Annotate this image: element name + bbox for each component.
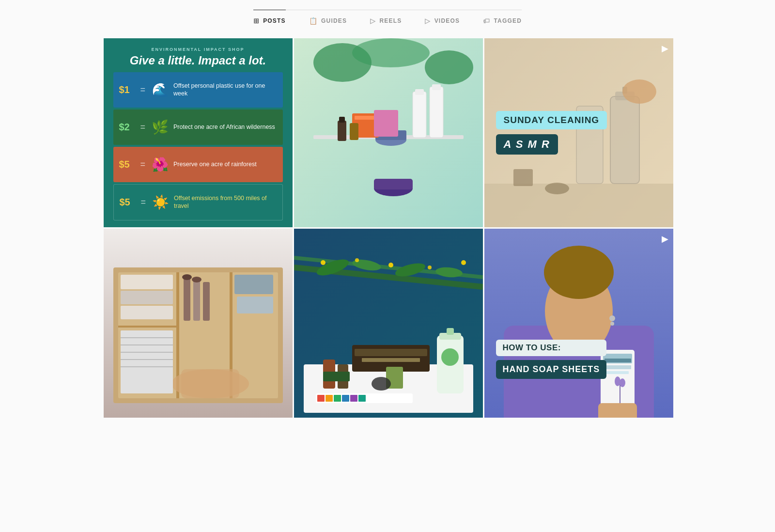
svg-rect-10	[355, 116, 376, 120]
equals-4: =	[141, 197, 146, 207]
row-desc-3: Preserve one acre of rainforest	[173, 160, 257, 168]
post-image-sunday-cleaning: ▶ SUNDAY CLEANING A S M R	[484, 38, 673, 227]
row-icon-3: 🌺	[151, 156, 169, 172]
howto-overlay: HOW TO USE: HAND SOAP SHEETS	[496, 340, 607, 379]
videos-label: VIDEOS	[434, 17, 460, 24]
svg-rect-11	[374, 110, 398, 137]
amount-4: $5	[120, 197, 135, 208]
row-icon-1: 🌊	[151, 82, 169, 98]
grid-item-gift-set[interactable]	[294, 229, 483, 418]
svg-point-76	[441, 348, 459, 366]
svg-rect-16	[374, 179, 413, 189]
svg-rect-83	[326, 395, 333, 402]
row-icon-2: 🌿	[151, 119, 169, 135]
svg-rect-41	[184, 277, 190, 321]
svg-point-80	[372, 377, 391, 391]
svg-point-68	[461, 260, 466, 265]
overlay-line1: SUNDAY CLEANING	[496, 111, 607, 129]
equals-3: =	[140, 159, 146, 170]
row-desc-1: Offset personal plastic use for one week	[173, 82, 277, 98]
post-image-products	[294, 38, 483, 227]
svg-rect-39	[121, 291, 173, 304]
tab-posts[interactable]: ⊞ POSTS	[253, 10, 286, 27]
env-row-1: $1 = 🌊 Offset personal plastic use for o…	[113, 72, 283, 108]
svg-rect-49	[181, 369, 239, 398]
post-image-hand-soap: ▶ HOW TO USE: HAND SOAP SHEETS	[484, 229, 673, 418]
svg-rect-75	[447, 328, 454, 335]
tagline: Give a little. Impact a lot.	[113, 54, 283, 67]
svg-rect-5	[413, 92, 426, 138]
tagged-icon: 🏷	[483, 17, 490, 25]
svg-rect-47	[237, 297, 273, 313]
reels-label: REELS	[379, 17, 402, 24]
tab-tagged[interactable]: 🏷 TAGGED	[483, 17, 522, 27]
svg-rect-4	[432, 84, 441, 90]
svg-point-64	[321, 260, 326, 265]
reels-icon: ▷	[370, 17, 376, 25]
svg-point-66	[388, 263, 393, 267]
row-desc-4: Offset emissions from 500 miles of trave…	[174, 194, 276, 210]
amount-1: $1	[119, 84, 135, 95]
svg-rect-37	[118, 326, 176, 328]
tagged-label: TAGGED	[494, 17, 522, 24]
posts-icon: ⊞	[253, 17, 260, 25]
svg-rect-45	[203, 282, 210, 321]
svg-rect-86	[350, 395, 357, 402]
svg-rect-14	[350, 123, 358, 140]
posts-grid: ENVIRONMENTAL IMPACT SHOP Give a little.…	[104, 38, 672, 418]
tab-videos[interactable]: ▷ VIDEOS	[425, 17, 460, 27]
tab-guides[interactable]: 📋 GUIDES	[309, 17, 347, 27]
grid-item-sunday-cleaning[interactable]: ▶ SUNDAY CLEANING A S M R	[484, 38, 673, 227]
svg-point-67	[428, 266, 432, 269]
env-header: ENVIRONMENTAL IMPACT SHOP Give a little.…	[113, 47, 283, 67]
svg-point-18	[352, 38, 430, 67]
svg-rect-85	[342, 395, 349, 402]
svg-point-44	[192, 277, 202, 282]
svg-rect-46	[234, 275, 273, 294]
svg-point-19	[425, 50, 473, 84]
svg-rect-50	[121, 330, 173, 393]
post-image-gift-set	[294, 229, 483, 418]
equals-2: =	[140, 122, 146, 132]
videos-icon: ▷	[425, 17, 431, 25]
shop-label: ENVIRONMENTAL IMPACT SHOP	[113, 47, 283, 52]
env-impact-card: ENVIRONMENTAL IMPACT SHOP Give a little.…	[104, 38, 293, 227]
row-desc-2: Protect one acre of African wilderness	[173, 123, 275, 131]
tab-reels[interactable]: ▷ REELS	[370, 17, 402, 27]
grid-item-drawer-organizer[interactable]	[104, 229, 293, 418]
overlay-line2: A S M R	[496, 134, 558, 155]
grid-item-hand-soap[interactable]: ▶ HOW TO USE: HAND SOAP SHEETS	[484, 229, 673, 418]
svg-point-42	[182, 274, 192, 280]
equals-1: =	[140, 85, 146, 95]
svg-point-65	[355, 258, 359, 262]
overlay-line1: HOW TO USE:	[496, 340, 607, 356]
nav-tabs: ⊞ POSTS📋 GUIDES▷ REELS▷ VIDEOS🏷 TAGGED	[253, 10, 522, 38]
svg-rect-3	[430, 87, 443, 138]
grid-item-products[interactable]	[294, 38, 483, 227]
svg-rect-6	[415, 89, 424, 95]
row-icon-4: ☀️	[152, 194, 169, 210]
amount-3: $5	[119, 159, 135, 170]
env-row-4: $5 = ☀️ Offset emissions from 500 miles …	[113, 184, 283, 220]
svg-rect-40	[121, 306, 173, 319]
guides-label: GUIDES	[321, 17, 347, 24]
amount-2: $2	[119, 122, 135, 133]
overlay-hand-soap: HOW TO USE: HAND SOAP SHEETS	[484, 229, 673, 418]
svg-rect-43	[193, 280, 200, 321]
overlay-sunday-cleaning: SUNDAY CLEANING A S M R	[484, 38, 673, 227]
post-image-drawer-organizer	[104, 229, 293, 418]
svg-rect-12	[338, 121, 346, 141]
svg-rect-13	[339, 117, 345, 123]
svg-rect-38	[121, 275, 173, 289]
env-row-3: $5 = 🌺 Preserve one acre of rainforest	[113, 147, 283, 182]
svg-rect-88	[323, 372, 350, 381]
overlay-line2: HAND SOAP SHEETS	[496, 360, 607, 379]
env-rows: $1 = 🌊 Offset personal plastic use for o…	[113, 72, 283, 220]
guides-icon: 📋	[309, 17, 318, 25]
env-row-2: $2 = 🌿 Protect one acre of African wilde…	[113, 110, 283, 145]
posts-label: POSTS	[263, 17, 286, 24]
svg-rect-71	[355, 349, 427, 356]
svg-rect-84	[334, 395, 341, 402]
svg-rect-82	[317, 395, 325, 402]
grid-item-environmental[interactable]: ENVIRONMENTAL IMPACT SHOP Give a little.…	[104, 38, 293, 227]
